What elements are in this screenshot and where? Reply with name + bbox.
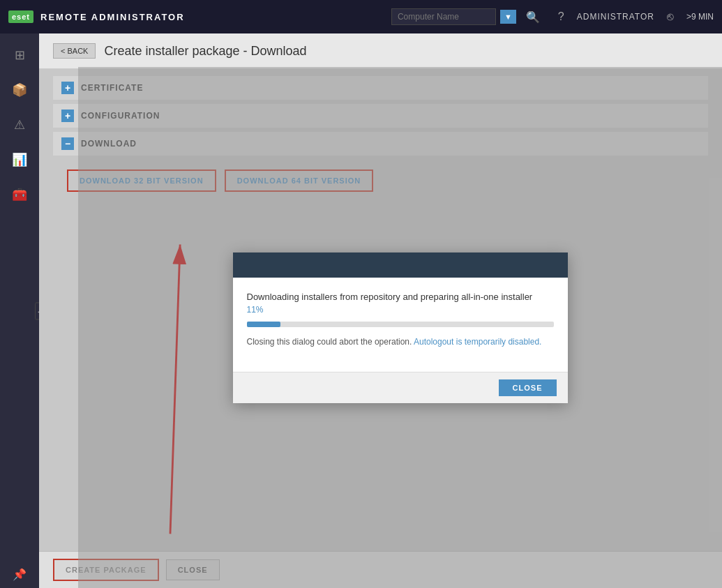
dialog-notice: Closing this dialog could abort the oper… [247,337,554,347]
sidebar-item-dashboard[interactable]: ⊞ [0,40,39,70]
computer-name-input[interactable] [391,8,496,25]
logo: eset [8,10,33,23]
dialog-body: Downloading installers from repository a… [233,278,568,372]
progress-bar-fill [247,322,280,327]
dialog-overlay: Downloading installers from repository a… [78,67,722,588]
search-icon[interactable]: 🔍 [520,8,546,27]
topbar: eset REMOTE ADMINISTRATOR ▼ 🔍 ? ADMINIST… [0,0,722,33]
dialog-percent: 11% [247,305,554,315]
help-icon[interactable]: ? [552,8,570,26]
download-toggle: − [61,137,74,150]
configuration-toggle: + [61,110,74,122]
progress-dialog: Downloading installers from repository a… [233,252,568,403]
sidebar: ⊞ 📦 ⚠ 📊 🧰 ◀ 📌 [0,33,39,588]
admin-label: ADMINISTRATOR [577,12,654,22]
search-area: ▼ 🔍 [391,8,546,27]
sidebar-item-reports[interactable]: 📊 [0,145,39,174]
sidebar-item-packages[interactable]: 📦 [0,75,39,105]
progress-bar-background [247,322,554,327]
certificate-toggle: + [61,82,74,94]
back-button[interactable]: < BACK [53,43,96,59]
sidebar-item-alerts[interactable]: ⚠ [0,110,39,140]
dialog-footer: CLOSE [233,372,568,403]
dialog-main-text: Downloading installers from repository a… [247,292,554,302]
page-title: Create installer package - Download [104,44,306,59]
content-wrapper: < BACK Create installer package - Downlo… [39,33,722,588]
logout-icon[interactable]: ⎋ [661,8,679,26]
sidebar-item-tools[interactable]: 🧰 [0,180,39,209]
dialog-header [233,252,568,278]
dropdown-btn[interactable]: ▼ [500,10,516,24]
session-label: >9 MIN [686,12,714,22]
app-title: REMOTE ADMINISTRATOR [40,12,384,22]
page-header: < BACK Create installer package - Downlo… [39,33,722,69]
close-button-dialog[interactable]: CLOSE [499,379,557,396]
dialog-notice-text: Closing this dialog could abort the oper… [247,337,414,347]
dialog-notice-link: Autologout is temporarily disabled. [414,337,541,347]
sidebar-pin-icon[interactable]: 📌 [13,568,27,581]
